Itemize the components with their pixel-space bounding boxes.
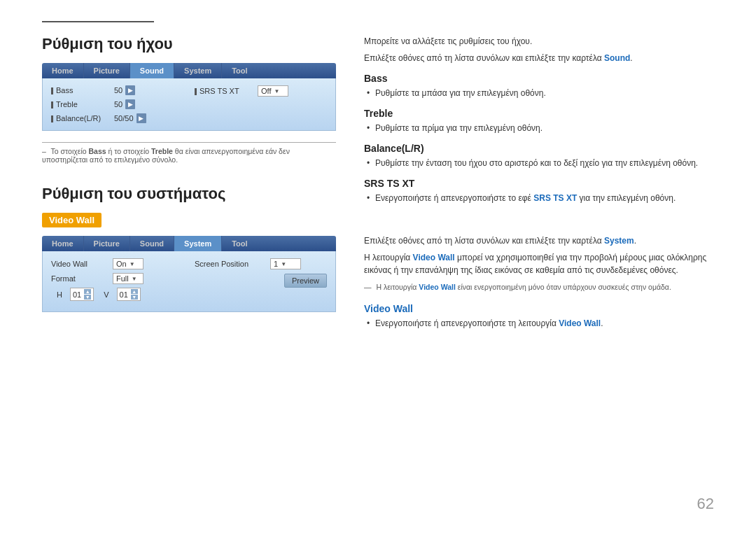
- settings-right: SRS TS XT Off ▼: [195, 85, 327, 123]
- h-down-btn[interactable]: ▼: [84, 295, 91, 300]
- bar-indicator-treble: [51, 101, 53, 108]
- h-input[interactable]: 01 ▲ ▼: [70, 288, 94, 301]
- srs-link: SRS TS XT: [533, 193, 577, 203]
- menu-item-tool-1[interactable]: Tool: [222, 63, 257, 78]
- note-section-1: – Το στοιχείο Bass ή το στοιχείο Treble …: [42, 142, 336, 168]
- note-bold-treble: Treble: [151, 147, 173, 155]
- bass-bullet: Ρυθμίστε τα μπάσα για την επιλεγμένη οθό…: [364, 87, 714, 99]
- settings-left: Bass 50 ▶ Treble 50 ▶: [51, 85, 183, 123]
- srs-bullet: Ενεργοποιήστε ή απενεργοποιήστε το εφέ S…: [364, 192, 714, 204]
- menu-item-system-2[interactable]: System: [174, 236, 222, 251]
- settings-panel-2: Video Wall On ▼ Format Full ▼: [42, 251, 336, 312]
- srs-select[interactable]: Off ▼: [258, 85, 288, 97]
- menu-item-sound-1[interactable]: Sound: [130, 63, 174, 78]
- srs-row: SRS TS XT Off ▼: [195, 85, 327, 97]
- balance-title: Balance(L/R): [364, 143, 714, 154]
- format-select[interactable]: Full ▼: [113, 273, 144, 284]
- note-dash: –: [42, 147, 46, 155]
- screenpos-label: Screen Position: [195, 260, 265, 268]
- screenpos-value: 1: [274, 260, 278, 268]
- menu-item-home-2[interactable]: Home: [42, 236, 84, 251]
- section2-right: Επιλέξτε οθόνες από τη λίστα συνόλων και…: [364, 234, 714, 330]
- treble-bullet: Ρυθμίστε τα πρίμα για την επιλεγμένη οθό…: [364, 122, 714, 134]
- note-bold-bass: Bass: [89, 147, 106, 155]
- v-down-btn[interactable]: ▼: [131, 295, 138, 300]
- screenpos-row: Screen Position 1 ▼: [195, 258, 327, 269]
- videowall-bullet: Ενεργοποιήστε ή απενεργοποιήστε τη λειτο…: [364, 317, 714, 330]
- balance-value: 50/50 ▶: [114, 113, 146, 123]
- videowall-subtitle: Video Wall: [364, 303, 714, 314]
- hv-row: H 01 ▲ ▼ V 01 ▲: [51, 288, 183, 301]
- menu-item-home-1[interactable]: Home: [42, 63, 84, 78]
- menu-item-sound-2[interactable]: Sound: [130, 236, 174, 251]
- srs-title: SRS TS XT: [364, 178, 714, 189]
- page-number: 62: [697, 495, 714, 513]
- format-row: Format Full ▼: [51, 273, 183, 284]
- bass-value: 50 ▶: [114, 85, 135, 95]
- videowall-link-note: Video Wall: [419, 283, 456, 291]
- bass-label: Bass: [51, 86, 114, 94]
- s2-note: — Η λειτουργία Video Wall είναι ενεργοπο…: [364, 282, 714, 293]
- h-up-btn[interactable]: ▲: [84, 289, 91, 294]
- balance-number: 50/50: [114, 114, 134, 122]
- balance-row: Balance(L/R) 50/50 ▶: [51, 113, 183, 123]
- v-label: V: [104, 290, 108, 299]
- note2-dash: —: [364, 283, 372, 291]
- v-spinner: ▲ ▼: [131, 289, 138, 300]
- settings2-right: Screen Position 1 ▼ Preview: [195, 258, 327, 304]
- treble-number: 50: [114, 100, 122, 108]
- format-value: Full: [116, 274, 129, 283]
- videowall-link-bullet: Video Wall: [559, 318, 601, 328]
- intro1-text: Μπορείτε να αλλάξετε τις ρυθμίσεις του ή…: [364, 35, 714, 48]
- vw-select-arrow: ▼: [130, 261, 135, 267]
- h-label: H: [57, 290, 62, 299]
- videowall-link-intro: Video Wall: [413, 253, 455, 262]
- treble-title: Treble: [364, 108, 714, 119]
- srs-value: Off: [261, 87, 271, 95]
- videowall-row: Video Wall On ▼: [51, 258, 183, 269]
- balance-arrow[interactable]: ▶: [136, 113, 146, 123]
- balance-bullet: Ρυθμίστε την ένταση του ήχου στο αριστερ…: [364, 157, 714, 169]
- srs-select-arrow: ▼: [274, 88, 279, 94]
- menu-item-tool-2[interactable]: Tool: [222, 236, 257, 251]
- bass-title: Bass: [364, 73, 714, 84]
- v-up-btn[interactable]: ▲: [131, 289, 138, 294]
- srs-label: SRS TS XT: [195, 87, 258, 95]
- balance-label: Balance(L/R): [51, 114, 114, 122]
- treble-value: 50 ▶: [114, 99, 135, 109]
- preview-row: Preview: [195, 274, 327, 288]
- menu-item-system-1[interactable]: System: [174, 63, 222, 78]
- videowall-select[interactable]: On ▼: [113, 258, 144, 269]
- treble-arrow[interactable]: ▶: [125, 99, 135, 109]
- treble-row: Treble 50 ▶: [51, 99, 183, 109]
- bar-indicator-srs: [195, 88, 197, 95]
- screenpos-select[interactable]: 1 ▼: [270, 258, 301, 269]
- bar-indicator-bass: [51, 87, 53, 94]
- s2-intro2: Η λειτουργία Video Wall μπορεί να χρησιμ…: [364, 251, 714, 276]
- menu-item-picture-2[interactable]: Picture: [84, 236, 130, 251]
- h-spinner: ▲ ▼: [84, 289, 91, 300]
- section1-right: Μπορείτε να αλλάξετε τις ρυθμίσεις του ή…: [364, 35, 714, 204]
- right-column: Μπορείτε να αλλάξετε τις ρυθμίσεις του ή…: [364, 35, 714, 332]
- top-divider: [42, 21, 154, 22]
- menu-item-picture-1[interactable]: Picture: [84, 63, 130, 78]
- videowall-value: On: [116, 260, 127, 268]
- system-link: System: [604, 236, 634, 246]
- intro2-text: Επιλέξτε οθόνες από τη λίστα συνόλων και…: [364, 52, 714, 64]
- video-wall-badge: Video Wall: [42, 213, 102, 227]
- bass-arrow[interactable]: ▶: [125, 85, 135, 95]
- s2-intro1: Επιλέξτε οθόνες από τη λίστα συνόλων και…: [364, 234, 714, 247]
- h-value: 01: [73, 290, 81, 299]
- format-select-arrow: ▼: [132, 276, 137, 282]
- main-content: Ρύθμιση του ήχου Home Picture Sound Syst…: [42, 35, 714, 332]
- menu-bar-2: Home Picture Sound System Tool: [42, 236, 336, 251]
- sp-select-arrow: ▼: [281, 261, 286, 267]
- section-spacer: [364, 206, 714, 234]
- treble-label: Treble: [51, 100, 114, 108]
- settings-panel-1: Bass 50 ▶ Treble 50 ▶: [42, 78, 336, 131]
- v-input[interactable]: 01 ▲ ▼: [117, 288, 141, 301]
- v-value: 01: [120, 290, 128, 299]
- left-column: Ρύθμιση του ήχου Home Picture Sound Syst…: [42, 35, 336, 332]
- preview-button[interactable]: Preview: [284, 274, 327, 288]
- bass-row: Bass 50 ▶: [51, 85, 183, 95]
